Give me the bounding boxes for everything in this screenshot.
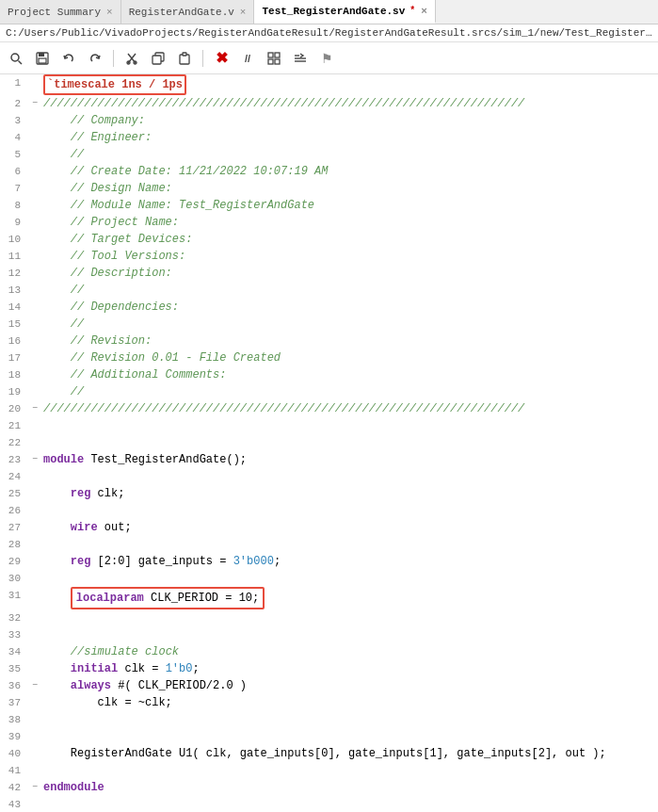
mark-button[interactable]: ⚑ — [316, 48, 337, 69]
undo-button[interactable] — [58, 48, 79, 69]
line-number: 27 — [0, 519, 28, 536]
code-line-41: 41 — [0, 762, 658, 779]
line-number: 8 — [0, 197, 28, 214]
code-line-12: 12 // Description: — [0, 265, 658, 282]
svg-rect-12 — [183, 53, 186, 56]
code-line-13: 13 // — [0, 282, 658, 299]
block-button[interactable] — [264, 48, 284, 69]
code-area: 1`timescale 1ns / 1ps2−/////////////////… — [0, 74, 658, 812]
line-number: 23 — [0, 451, 28, 468]
fold-indicator[interactable]: − — [28, 95, 41, 112]
tab-close-test[interactable]: × — [421, 6, 427, 17]
line-number: 35 — [0, 660, 28, 677]
fold-indicator[interactable]: − — [28, 677, 41, 694]
code-line-30: 30 — [0, 570, 658, 587]
line-code: // Project Name: — [41, 214, 658, 231]
line-number: 6 — [0, 163, 28, 180]
svg-rect-14 — [275, 53, 280, 57]
paste-button[interactable] — [174, 48, 195, 69]
cut-button[interactable] — [121, 48, 142, 69]
indent-button[interactable] — [290, 48, 311, 69]
line-number: 10 — [0, 231, 28, 248]
line-code: reg [2:0] gate_inputs = 3'b000; — [41, 553, 658, 570]
line-code: //simulate clock — [41, 643, 658, 660]
line-number: 29 — [0, 553, 28, 570]
line-code: // Additional Comments: — [41, 366, 658, 383]
line-code: // — [41, 383, 658, 400]
line-code: // — [41, 316, 658, 333]
code-line-22: 22 — [0, 434, 658, 451]
search-button[interactable] — [6, 48, 26, 69]
line-code: // Engineer: — [41, 129, 658, 146]
line-number: 26 — [0, 502, 28, 519]
code-line-37: 37 clk = ~clk; — [0, 694, 658, 711]
tab-project-summary[interactable]: Project Summary × — [0, 0, 121, 24]
fold-indicator[interactable]: − — [28, 451, 41, 468]
line-code: // — [41, 146, 658, 163]
line-code: localparam CLK_PERIOD = 10; — [41, 587, 658, 609]
line-number: 36 — [0, 677, 28, 694]
code-line-40: 40 RegisterAndGate U1( clk, gate_inputs[… — [0, 745, 658, 762]
code-line-16: 16 // Revision: — [0, 333, 658, 349]
save-button[interactable] — [32, 48, 53, 69]
code-line-6: 6 // Create Date: 11/21/2022 10:07:19 AM — [0, 163, 658, 180]
breadcrumb: C:/Users/Public/VivadoProjects/RegisterA… — [0, 24, 658, 42]
line-number: 33 — [0, 626, 28, 643]
delete-button[interactable]: ✖ — [211, 48, 232, 69]
tab-close-project-summary[interactable]: × — [106, 7, 113, 18]
code-line-24: 24 — [0, 468, 658, 485]
svg-rect-16 — [275, 59, 280, 64]
code-line-7: 7 // Design Name: — [0, 180, 658, 197]
code-line-23: 23−module Test_RegisterAndGate(); — [0, 451, 658, 468]
line-code: wire out; — [41, 519, 658, 536]
line-number: 15 — [0, 316, 28, 333]
line-number: 30 — [0, 570, 28, 587]
line-number: 4 — [0, 129, 28, 146]
line-code: endmodule — [41, 779, 658, 796]
line-number: 9 — [0, 214, 28, 231]
line-number: 17 — [0, 349, 28, 366]
code-line-18: 18 // Additional Comments: — [0, 366, 658, 383]
line-code: // Create Date: 11/21/2022 10:07:19 AM — [41, 163, 658, 180]
code-line-39: 39 — [0, 728, 658, 745]
redo-button[interactable] — [85, 48, 105, 69]
fold-indicator[interactable]: − — [28, 400, 41, 417]
tab-register-and-gate[interactable]: RegisterAndGate.v × — [121, 0, 255, 24]
comment-button[interactable]: // — [237, 48, 258, 69]
tab-label: Project Summary — [8, 7, 101, 18]
line-code: // — [41, 282, 658, 299]
code-line-33: 33 — [0, 626, 658, 643]
code-line-27: 27 wire out; — [0, 519, 658, 536]
line-number: 41 — [0, 762, 28, 779]
code-line-32: 32 — [0, 609, 658, 626]
code-line-1: 1`timescale 1ns / 1ps — [0, 74, 658, 95]
line-number: 42 — [0, 779, 28, 796]
line-code: // Revision 0.01 - File Created — [41, 349, 658, 366]
line-number: 28 — [0, 536, 28, 553]
code-line-9: 9 // Project Name: — [0, 214, 658, 231]
line-number: 38 — [0, 711, 28, 728]
line-code: clk = ~clk; — [41, 694, 658, 711]
line-code: initial clk = 1'b0; — [41, 660, 658, 677]
copy-button[interactable] — [148, 48, 169, 69]
svg-rect-3 — [39, 53, 44, 57]
code-line-29: 29 reg [2:0] gate_inputs = 3'b000; — [0, 553, 658, 570]
code-line-17: 17 // Revision 0.01 - File Created — [0, 349, 658, 366]
line-number: 2 — [0, 95, 28, 112]
line-number: 7 — [0, 180, 28, 197]
code-line-38: 38 — [0, 711, 658, 728]
line-code: // Tool Versions: — [41, 248, 658, 265]
line-code: // Description: — [41, 265, 658, 282]
code-line-14: 14 // Dependencies: — [0, 299, 658, 316]
line-code: RegisterAndGate U1( clk, gate_inputs[0],… — [41, 745, 658, 762]
code-line-35: 35 initial clk = 1'b0; — [0, 660, 658, 677]
tab-close-register-and-gate[interactable]: × — [240, 7, 247, 18]
tab-test-register-and-gate[interactable]: Test_RegisterAndGate.sv * × — [254, 0, 435, 24]
line-number: 43 — [0, 796, 28, 812]
code-line-15: 15 // — [0, 316, 658, 333]
line-number: 11 — [0, 248, 28, 265]
fold-indicator[interactable]: − — [28, 779, 41, 796]
code-line-8: 8 // Module Name: Test_RegisterAndGate — [0, 197, 658, 214]
code-line-11: 11 // Tool Versions: — [0, 248, 658, 265]
code-line-4: 4 // Engineer: — [0, 129, 658, 146]
